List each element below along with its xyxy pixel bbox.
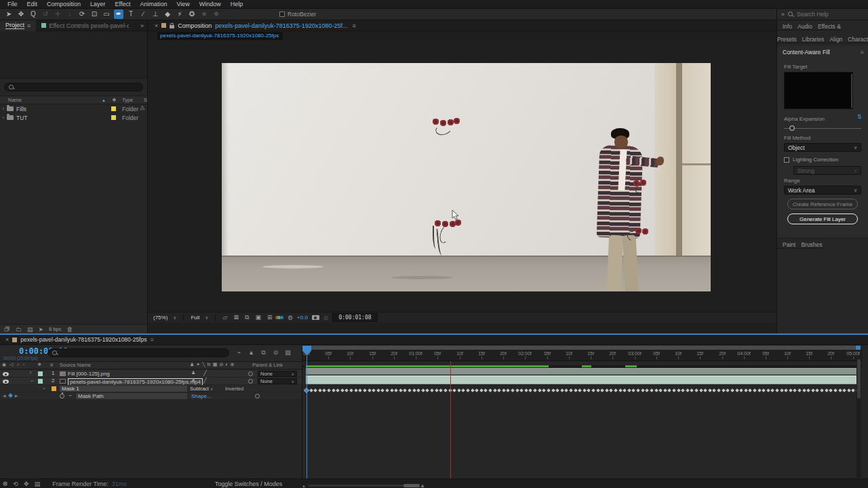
star-tool-icon[interactable]: ★ [199,9,209,19]
help-search-input[interactable] [797,11,854,18]
fast-previews-icon[interactable]: ⚙ [288,314,293,321]
keyframe-diamond-icon[interactable] [408,388,412,392]
ruler-label[interactable]: 05f [653,351,660,356]
ruler-label[interactable]: 05f [325,351,332,356]
composition-tab-prefix[interactable]: Composition [178,22,212,29]
keyframe-diamond-icon[interactable] [519,388,524,392]
menu-item[interactable]: Composition [42,1,85,7]
lighting-correction-checkbox[interactable]: Lighting Correction [784,157,861,163]
mask-path-row[interactable]: ◀ ▶ ⎓ Mask Path Shape... [0,392,302,400]
keyframe-diamond-icon[interactable] [332,388,336,392]
ruler-label[interactable]: 10f [675,351,682,356]
keyframe-diamond-icon[interactable] [658,388,663,392]
type-tool-icon[interactable]: T [126,9,136,19]
ruler-label[interactable]: 15f [696,351,703,356]
keyframe-diamond-icon[interactable] [802,388,806,392]
timeline-tab-label[interactable]: pexels-pavel-danilyuk-7816375-1920x1080-… [20,336,146,343]
parent-dropdown[interactable]: None ∨ [258,371,297,377]
keyframe-diamond-icon[interactable] [574,388,578,392]
keyframe-diamond-icon[interactable] [471,388,475,392]
rotobezier-checkbox[interactable]: RotoBezier [279,11,316,18]
keyframe-diamond-icon[interactable] [708,388,712,392]
selection-tool-icon[interactable]: ➤ [4,9,14,19]
keyframe-diamond-icon[interactable] [641,388,645,392]
orbit-camera-tool-icon[interactable]: ↺ [41,9,50,19]
label-column-icon[interactable]: ❖ [112,97,117,103]
keyframe-diamond-icon[interactable] [717,388,721,392]
range-dropdown[interactable]: Work Area ∨ [784,186,861,195]
keyframe-diamond-icon[interactable] [327,388,331,392]
dolly-camera-tool-icon[interactable]: ↓ [65,9,75,19]
keyframe-diamond-icon[interactable] [739,388,743,392]
keyframe-diamond-icon[interactable] [560,388,564,392]
graph-editor-icon[interactable]: ▨ [284,349,292,357]
keyframe-diamond-icon[interactable] [789,388,793,392]
rectangle-tool-icon[interactable]: ▭ [102,9,111,19]
zoom-slider-thumb[interactable] [403,484,420,487]
keyframe-diamond-icon[interactable] [403,388,408,392]
scrollbar-thumb[interactable] [857,359,861,399]
ruler-label[interactable]: 05f [544,351,551,356]
keyframe-diamond-icon[interactable] [421,388,425,392]
keyframe-diamond-icon[interactable] [690,388,694,392]
show-snapshot-icon[interactable]: ⊘ [323,314,329,321]
mask-visibility-icon[interactable]: ⧉ [245,314,249,321]
transparency-grid-icon[interactable]: ⊠ [233,314,239,321]
panel-menu-icon[interactable]: ≡ [27,22,31,29]
keyframe-diamond-icon[interactable] [412,388,416,392]
keyframe-diamond-icon[interactable] [349,388,353,392]
brush-tool-icon[interactable]: ∕ [138,9,148,19]
keyframe-diamond-icon[interactable] [842,388,846,392]
fill-method-dropdown[interactable]: Object ∨ [784,143,861,152]
caps-lock-icon[interactable]: ❆ [3,481,8,487]
keyframe-diamond-icon[interactable] [829,388,833,392]
clone-stamp-tool-icon[interactable]: ⊥ [151,9,160,19]
keyframe-diamond-icon[interactable] [443,388,448,392]
keyframe-diamond-icon[interactable] [538,388,542,392]
twirl-icon[interactable]: › [30,370,31,375]
eye-icon[interactable] [3,372,9,376]
keyframe-diamond-icon[interactable] [511,388,515,392]
keyframe-diamond-icon[interactable] [507,388,511,392]
keyframe-diamond-icon[interactable] [587,388,591,392]
mask-name[interactable]: Mask 1 [60,386,187,392]
keyframe-diamond-icon[interactable] [699,388,703,392]
viewer-canvas[interactable]: (75%) ∨ Full ∨ ▱⊠⧉▣⊞ ⚙ +0.0 ⊘ 0:00:01:08 [148,41,776,323]
snapshot-icon[interactable] [312,315,319,320]
keyframe-diamond-icon[interactable] [381,388,385,392]
ruler-label[interactable]: 20f [391,351,397,356]
keyframe-diamond-icon[interactable] [654,388,658,392]
keyframe-diamond-icon[interactable] [614,388,618,392]
keyframe-diamond-icon[interactable] [703,388,707,392]
expression-graph-icon[interactable]: ⎓ [68,393,73,399]
guides-icon[interactable]: ▣ [255,314,261,321]
mask-color-chip[interactable] [52,386,56,391]
pen-tool-icon[interactable]: ✒ [114,9,123,19]
keyframe-diamond-icon[interactable] [497,388,501,392]
eye-icon[interactable] [3,380,9,384]
keyframe-diamond-icon[interactable] [806,388,810,392]
keyframe-diamond-icon[interactable] [583,388,587,392]
keyframe-diamond-icon[interactable] [780,388,784,392]
keyframe-diamond-icon[interactable] [385,388,389,392]
keyframe-diamond-icon[interactable] [345,388,349,392]
ruler-label[interactable]: 03:00f [628,351,641,356]
keyframe-diamond-icon[interactable] [461,388,465,392]
keyframe-diamond-icon[interactable] [650,388,654,392]
keyframe-diamond-icon[interactable] [694,388,698,392]
menu-item[interactable]: File [3,1,22,7]
ruler-label[interactable]: 04:00f [737,351,750,356]
layer-row-1[interactable]: › 1 Fill [000-125].png ♟ ╱ None ∨ [0,370,302,378]
keyframe-diamond-icon[interactable] [744,388,748,392]
twirl-icon[interactable]: ⌄ [30,378,34,383]
keyframe-diamond-icon[interactable] [547,388,551,392]
keyframe-diamond-icon[interactable] [632,388,636,392]
keyframe-diamond-icon[interactable] [623,388,627,392]
keyframe-diamond-icon[interactable] [663,388,667,392]
project-row-fills[interactable]: › Fills Folder ⁂ [0,104,147,113]
keyframe-diamond-icon[interactable] [838,388,842,392]
generate-fill-layer-button[interactable]: Generate Fill Layer [787,214,858,224]
ruler-label[interactable]: 05:00f [846,351,859,356]
column-name[interactable]: Name [0,97,22,103]
keyframe-diamond-icon[interactable] [399,388,403,392]
